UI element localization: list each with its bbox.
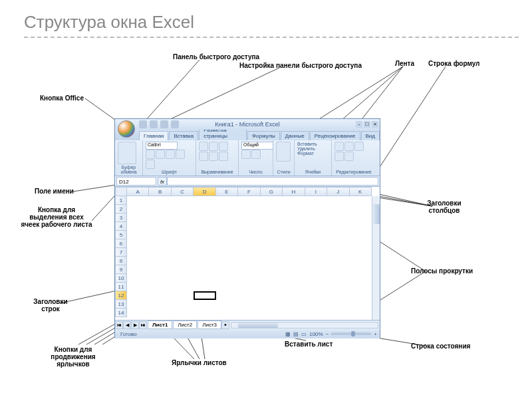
- titlebar: Книга1 - Microsoft Excel - □ ×: [115, 119, 380, 130]
- qat-customize-icon[interactable]: [171, 120, 179, 128]
- callout-ribbon: Лента: [395, 60, 414, 67]
- formula-input[interactable]: [167, 177, 378, 186]
- col-header[interactable]: D: [194, 187, 215, 196]
- insert-sheet-icon[interactable]: ✦: [221, 321, 229, 329]
- callout-status-bar: Строка состояния: [411, 342, 470, 350]
- quick-access-toolbar: [139, 120, 179, 128]
- format-button[interactable]: Формат: [297, 151, 329, 156]
- sheet-nav-first-icon[interactable]: ⏮: [115, 321, 123, 329]
- row-header[interactable]: 5: [115, 231, 127, 239]
- border-icon[interactable]: [176, 150, 185, 159]
- status-bar: Готово ▦ ▤ ▭ 100% − +: [115, 329, 380, 338]
- tab-insert[interactable]: Вставка: [169, 131, 198, 140]
- align-icon[interactable]: [219, 152, 228, 161]
- close-icon[interactable]: ×: [372, 121, 378, 128]
- active-cell[interactable]: [194, 291, 216, 300]
- col-header[interactable]: E: [216, 187, 238, 196]
- fill-icon[interactable]: [146, 160, 155, 169]
- align-icon[interactable]: [209, 142, 218, 151]
- col-header[interactable]: C: [172, 187, 194, 196]
- row-header[interactable]: 4: [115, 222, 127, 231]
- row-header[interactable]: 1: [115, 196, 127, 205]
- tab-formulas[interactable]: Формулы: [247, 131, 280, 140]
- row-header[interactable]: 9: [115, 265, 127, 274]
- clear-icon[interactable]: [354, 142, 364, 151]
- zoom-slider[interactable]: [331, 332, 371, 335]
- view-normal-icon[interactable]: ▦: [285, 331, 291, 337]
- delete-button[interactable]: Удалить: [297, 146, 329, 151]
- name-box[interactable]: D12: [116, 177, 156, 186]
- col-header[interactable]: B: [149, 187, 171, 196]
- col-header[interactable]: J: [327, 187, 349, 196]
- minimize-icon[interactable]: -: [356, 121, 362, 128]
- view-layout-icon[interactable]: ▤: [293, 331, 299, 337]
- row-header[interactable]: 11: [115, 283, 127, 291]
- sort-icon[interactable]: [334, 152, 344, 161]
- select-all-button[interactable]: [115, 187, 127, 196]
- sum-icon[interactable]: [334, 142, 344, 151]
- underline-icon[interactable]: [166, 150, 175, 159]
- align-icon[interactable]: [209, 152, 218, 161]
- paste-button[interactable]: [118, 142, 136, 164]
- fx-icon[interactable]: fx: [158, 177, 167, 186]
- row-header[interactable]: 12: [115, 291, 127, 300]
- office-button[interactable]: [118, 120, 135, 138]
- styles-button[interactable]: [276, 142, 291, 162]
- horizontal-scrollbar[interactable]: [231, 322, 378, 329]
- row-header[interactable]: 13: [115, 300, 127, 309]
- tab-data[interactable]: Данные: [281, 131, 309, 140]
- number-format-select[interactable]: Общий: [241, 142, 273, 150]
- col-header[interactable]: H: [283, 187, 305, 196]
- qat-redo-icon[interactable]: [160, 120, 168, 128]
- qat-save-icon[interactable]: [139, 120, 147, 128]
- comma-icon[interactable]: [251, 150, 261, 159]
- sheet-tab[interactable]: Лист1: [148, 321, 172, 329]
- status-text: Готово: [120, 331, 137, 337]
- sheet-nav-last-icon[interactable]: ⏭: [139, 321, 147, 329]
- find-icon[interactable]: [344, 152, 354, 161]
- font-select[interactable]: Calibri: [146, 142, 178, 150]
- italic-icon[interactable]: [156, 150, 165, 159]
- callout-office-button: Кнопка Office: [40, 94, 84, 102]
- scrollbar-thumb[interactable]: [373, 204, 380, 224]
- align-icon[interactable]: [199, 142, 208, 151]
- tab-home[interactable]: Главная: [139, 131, 168, 140]
- zoom-in-icon[interactable]: +: [374, 331, 377, 337]
- callout-select-all: Кнопка для выделения всех ячеек рабочего…: [20, 206, 93, 228]
- row-header[interactable]: 8: [115, 257, 127, 265]
- svg-line-19: [376, 239, 426, 271]
- bold-icon[interactable]: [146, 150, 155, 159]
- vertical-scrollbar[interactable]: [372, 196, 380, 320]
- scrollbar-thumb[interactable]: [238, 323, 278, 328]
- zoom-out-icon[interactable]: −: [326, 331, 329, 337]
- col-header[interactable]: K: [350, 187, 372, 196]
- insert-button[interactable]: Вставить: [297, 142, 329, 146]
- col-header[interactable]: A: [127, 187, 149, 196]
- percent-icon[interactable]: [241, 150, 251, 159]
- svg-line-0: [145, 60, 200, 121]
- tab-review[interactable]: Рецензирование: [310, 131, 360, 140]
- sheet-tab[interactable]: Лист3: [198, 321, 221, 329]
- ribbon-label-clipboard: Буфер обмена: [118, 165, 140, 174]
- qat-undo-icon[interactable]: [150, 120, 158, 128]
- excel-window: Книга1 - Microsoft Excel - □ × Главная В…: [114, 118, 380, 338]
- col-header[interactable]: F: [238, 187, 260, 196]
- sheet-nav-prev-icon[interactable]: ◀: [123, 321, 131, 329]
- sheet-tab[interactable]: Лист2: [173, 321, 197, 329]
- row-header[interactable]: 6: [115, 239, 127, 248]
- align-icon[interactable]: [219, 142, 228, 151]
- view-break-icon[interactable]: ▭: [301, 331, 307, 337]
- row-header[interactable]: 14: [115, 309, 127, 317]
- row-header[interactable]: 10: [115, 274, 127, 283]
- fill-down-icon[interactable]: [344, 142, 354, 151]
- col-header[interactable]: G: [261, 187, 283, 196]
- col-header[interactable]: I: [305, 187, 327, 196]
- row-header[interactable]: 3: [115, 213, 127, 222]
- align-icon[interactable]: [199, 152, 208, 161]
- row-header[interactable]: 2: [115, 205, 127, 213]
- maximize-icon[interactable]: □: [364, 121, 370, 128]
- sheet-nav-next-icon[interactable]: ▶: [131, 321, 139, 329]
- cells-area[interactable]: [127, 196, 372, 320]
- tab-view[interactable]: Вид: [361, 131, 380, 140]
- row-header[interactable]: 7: [115, 248, 127, 257]
